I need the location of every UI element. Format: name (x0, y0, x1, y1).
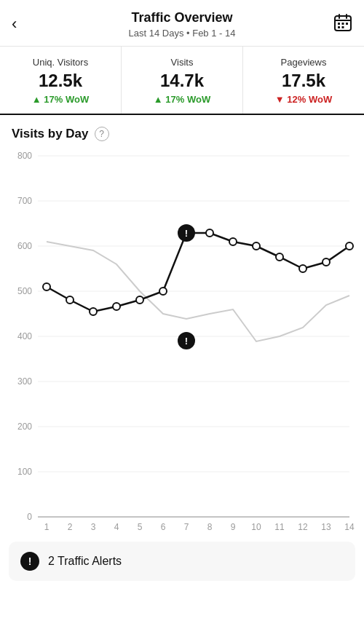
chart-section: Visits by Day ? 800 700 600 500 400 300 … (0, 115, 364, 529)
svg-text:11: 11 (274, 522, 285, 532)
alert-icon-lower: ! (185, 336, 188, 347)
svg-text:10: 10 (251, 522, 261, 532)
svg-text:2: 2 (68, 522, 73, 532)
back-button[interactable]: ‹ (12, 15, 17, 33)
up-arrow-visits (154, 94, 165, 105)
stat-unique-visitors: Uniq. Visitors 12.5k 17% WoW (0, 47, 122, 114)
visits-chart: 800 700 600 500 400 300 200 100 0 (32, 150, 349, 529)
svg-rect-7 (338, 26, 340, 28)
app-header: ‹ Traffic Overview Last 14 Days • Feb 1 … (0, 0, 364, 47)
svg-text:300: 300 (17, 376, 32, 387)
stats-row: Uniq. Visitors 12.5k 17% WoW Visits 14.7… (0, 47, 364, 115)
data-point-11 (276, 253, 283, 261)
svg-text:0: 0 (27, 512, 32, 522)
svg-text:1: 1 (44, 522, 50, 532)
stat-change-visitors: 17% WoW (6, 94, 115, 105)
chart-title: Visits by Day (12, 127, 89, 141)
stat-label-pageviews: Pageviews (249, 57, 358, 68)
svg-text:500: 500 (17, 286, 32, 296)
svg-text:800: 800 (17, 151, 32, 161)
svg-text:5: 5 (138, 522, 143, 532)
data-point-1 (43, 283, 50, 290)
svg-text:9: 9 (231, 522, 236, 532)
alert-icon-7: ! (185, 228, 188, 239)
svg-text:200: 200 (17, 422, 32, 432)
stat-value-visitors: 12.5k (6, 71, 115, 91)
header-title-block: Traffic Overview Last 14 Days • Feb 1 - … (129, 10, 236, 39)
data-point-2 (66, 296, 74, 304)
svg-text:12: 12 (298, 522, 308, 532)
data-point-4 (113, 303, 120, 310)
data-point-13 (323, 258, 330, 266)
svg-rect-6 (346, 23, 348, 25)
data-point-5 (136, 296, 143, 304)
down-arrow-pageviews (275, 94, 287, 105)
page-title: Traffic Overview (129, 10, 236, 26)
stat-label-visits: Visits (127, 57, 237, 68)
svg-text:600: 600 (17, 241, 32, 251)
data-point-6 (159, 288, 167, 295)
calendar-icon (333, 13, 352, 32)
svg-rect-4 (338, 23, 340, 25)
help-icon[interactable]: ? (95, 127, 109, 141)
data-point-9 (229, 238, 237, 245)
alerts-bar[interactable]: ! 2 Traffic Alerts (9, 542, 355, 581)
svg-text:14: 14 (344, 522, 355, 532)
alert-circle-icon: ! (20, 552, 39, 571)
svg-text:8: 8 (207, 522, 213, 532)
svg-text:700: 700 (17, 196, 32, 206)
svg-rect-5 (342, 23, 344, 25)
data-point-14 (346, 242, 353, 250)
stat-change-visits: 17% WoW (127, 94, 237, 105)
stat-value-pageviews: 17.5k (249, 71, 358, 91)
svg-text:7: 7 (184, 522, 189, 532)
up-arrow-visitors (32, 94, 44, 105)
data-point-3 (90, 308, 97, 315)
stat-change-pageviews: 12% WoW (249, 94, 358, 105)
stat-label-visitors: Uniq. Visitors (6, 57, 115, 68)
svg-text:100: 100 (17, 467, 32, 477)
chart-header: Visits by Day ? (0, 127, 364, 141)
svg-text:3: 3 (91, 522, 96, 532)
data-point-10 (253, 242, 260, 250)
svg-rect-8 (342, 26, 344, 28)
data-point-12 (299, 265, 306, 272)
chart-container: 800 700 600 500 400 300 200 100 0 (0, 150, 364, 529)
stat-value-visits: 14.7k (127, 71, 237, 91)
svg-text:400: 400 (17, 331, 32, 341)
calendar-button[interactable] (333, 13, 352, 35)
data-point-8 (206, 229, 213, 237)
stat-visits: Visits 14.7k 17% WoW (122, 47, 243, 114)
svg-text:13: 13 (321, 522, 331, 532)
svg-text:4: 4 (114, 522, 119, 532)
svg-text:6: 6 (161, 522, 166, 532)
stat-pageviews: Pageviews 17.5k 12% WoW (243, 47, 364, 114)
date-range-label: Last 14 Days • Feb 1 - 14 (129, 28, 236, 39)
alerts-text: 2 Traffic Alerts (48, 555, 122, 568)
